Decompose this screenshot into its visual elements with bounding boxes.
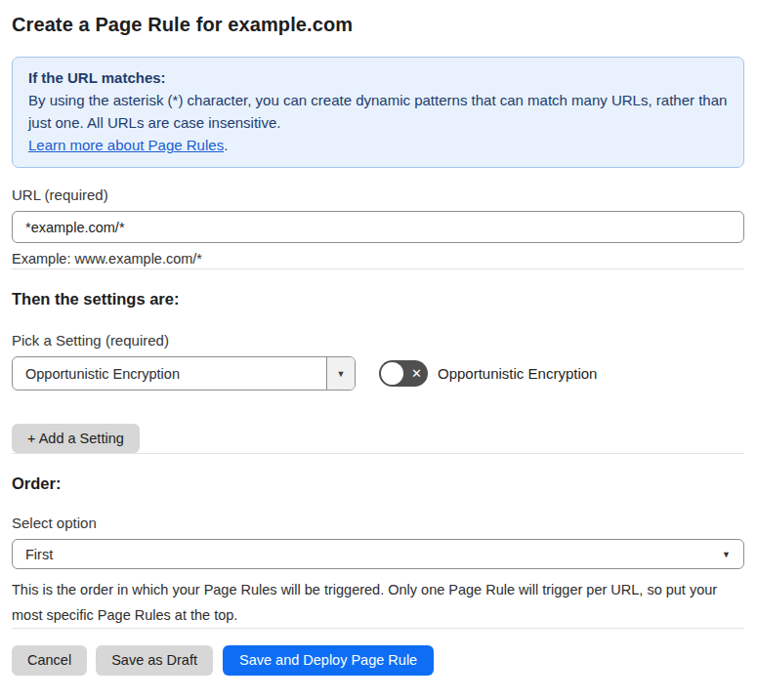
url-field-label: URL (required): [12, 186, 744, 204]
link-period: .: [224, 137, 228, 153]
order-helper-text: This is the order in which your Page Rul…: [12, 577, 736, 628]
pick-setting-label: Pick a Setting (required): [12, 332, 744, 350]
setting-picker-value: Opportunistic Encryption: [13, 357, 326, 390]
info-box-body: By using the asterisk (*) character, you…: [28, 89, 728, 134]
toggle-label: Opportunistic Encryption: [438, 365, 597, 382]
footer-actions: Cancel Save as Draft Save and Deploy Pag…: [12, 645, 744, 676]
toggle-knob: [381, 362, 403, 385]
url-matches-info-box: If the URL matches: By using the asteris…: [12, 57, 744, 168]
settings-section-heading: Then the settings are:: [12, 289, 744, 309]
add-setting-button[interactable]: + Add a Setting: [12, 424, 140, 453]
order-select-label: Select option: [12, 515, 744, 532]
url-input[interactable]: [12, 211, 744, 243]
chevron-down-icon: ▼: [722, 550, 731, 559]
info-box-link-line: Learn more about Page Rules.: [28, 134, 728, 156]
setting-picker-dropdown[interactable]: Opportunistic Encryption ▼: [12, 356, 356, 391]
order-select[interactable]: First ▼: [12, 539, 744, 569]
page-title: Create a Page Rule for example.com: [12, 0, 744, 37]
order-section-heading: Order:: [12, 474, 744, 493]
url-example-helper: Example: www.example.com/*: [12, 250, 744, 268]
save-as-draft-button[interactable]: Save as Draft: [96, 645, 213, 676]
order-select-value: First: [25, 547, 53, 562]
save-and-deploy-button[interactable]: Save and Deploy Page Rule: [223, 645, 434, 676]
divider: [12, 628, 744, 629]
cancel-button[interactable]: Cancel: [12, 645, 87, 676]
divider: [12, 268, 744, 269]
learn-more-link[interactable]: Learn more about Page Rules: [28, 137, 224, 153]
info-box-heading: If the URL matches:: [28, 66, 728, 89]
toggle-off-x-icon: ✕: [411, 367, 422, 380]
divider: [12, 453, 744, 454]
setting-picker-arrow-button[interactable]: ▼: [326, 357, 355, 390]
opportunistic-encryption-toggle[interactable]: ✕: [379, 360, 428, 387]
setting-row: Opportunistic Encryption ▼ ✕ Opportunist…: [12, 356, 744, 391]
create-page-rule-form: Create a Page Rule for example.com If th…: [0, 0, 757, 689]
chevron-down-icon: ▼: [337, 369, 346, 379]
